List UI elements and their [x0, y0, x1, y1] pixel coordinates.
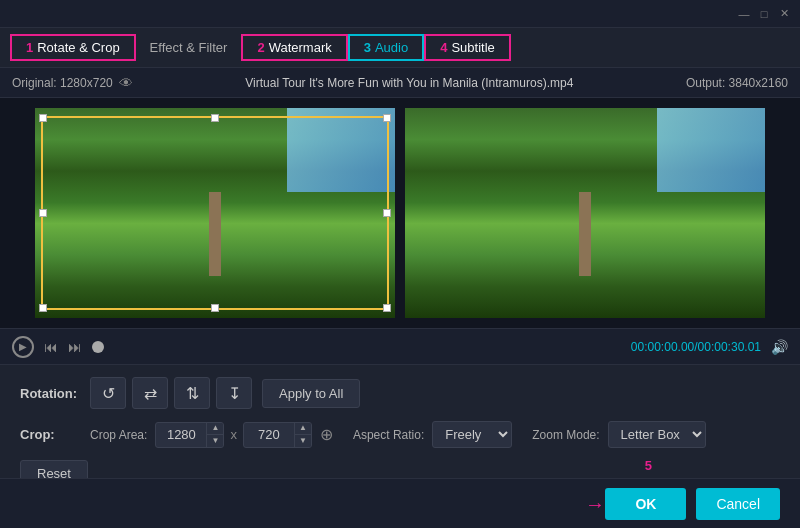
tab-label-audio: Audio [375, 40, 408, 55]
tab-label-watermark: Watermark [269, 40, 332, 55]
volume-icon[interactable]: 🔊 [771, 339, 788, 355]
width-spinners: ▲ ▼ [206, 423, 223, 447]
ok-button[interactable]: OK [605, 488, 686, 520]
time-display: 00:00:00.00/00:00:30.01 [114, 340, 761, 354]
rotation-buttons: ↺ ⇄ ⇅ ↧ [90, 377, 252, 409]
tab-watermark[interactable]: 2 Watermark [241, 34, 347, 61]
tab-number-1: 1 [26, 40, 33, 55]
height-spinners: ▲ ▼ [294, 423, 311, 447]
height-input-group: ▲ ▼ [243, 422, 312, 448]
flip-vertical-btn[interactable]: ⇅ [174, 377, 210, 409]
tab-audio[interactable]: 3 Audio [348, 34, 424, 61]
eye-icon[interactable]: 👁 [119, 75, 133, 91]
progress-indicator[interactable] [92, 341, 104, 353]
flip-horizontal-btn[interactable]: ⇄ [132, 377, 168, 409]
preview-area [0, 98, 800, 328]
width-down-btn[interactable]: ▼ [207, 435, 223, 447]
height-down-btn[interactable]: ▼ [295, 435, 311, 447]
close-button[interactable]: ✕ [776, 6, 792, 22]
original-resolution: Original: 1280x720 👁 [12, 75, 133, 91]
zoom-mode-select[interactable]: Letter Box [608, 421, 706, 448]
right-preview [405, 108, 765, 318]
width-input[interactable] [156, 423, 206, 446]
tab-number-4: 4 [440, 40, 447, 55]
tab-number-2: 2 [257, 40, 264, 55]
rotation-row: Rotation: ↺ ⇄ ⇅ ↧ Apply to All [20, 377, 780, 409]
crop-row: Crop: Crop Area: ▲ ▼ x ▲ ▼ ⊕ Aspect Rati… [20, 421, 780, 448]
playback-bar: ▶ ⏮ ⏭ 00:00:00.00/00:00:30.01 🔊 [0, 328, 800, 364]
tab-label-subtitle: Subtitle [451, 40, 494, 55]
title-bar: — □ ✕ [0, 0, 800, 28]
rotation-label: Rotation: [20, 386, 90, 401]
maximize-button[interactable]: □ [756, 6, 772, 22]
crop-label: Crop: [20, 427, 90, 442]
tab-rotate-crop[interactable]: 1 Rotate & Crop [10, 34, 136, 61]
info-bar: Original: 1280x720 👁 Virtual Tour It's M… [0, 68, 800, 98]
zoom-mode-label: Zoom Mode: [532, 428, 599, 442]
crop-area-label: Crop Area: [90, 428, 147, 442]
original-label: Original: 1280x720 [12, 76, 113, 90]
right-video-thumb [405, 108, 765, 318]
x-separator: x [230, 427, 237, 442]
tab-number-3: 3 [364, 40, 371, 55]
total-time: 00:00:30.01 [698, 340, 761, 354]
filename-label: Virtual Tour It's More Fun with You in M… [133, 76, 686, 90]
tab-label-effect-filter: Effect & Filter [150, 40, 228, 55]
arrow-right-icon: → [585, 493, 605, 516]
step-back-icon[interactable]: ⏭ [68, 339, 82, 355]
height-up-btn[interactable]: ▲ [295, 423, 311, 435]
cancel-button[interactable]: Cancel [696, 488, 780, 520]
output-resolution: Output: 3840x2160 [686, 76, 788, 90]
apply-to-all-button[interactable]: Apply to All [262, 379, 360, 408]
aspect-ratio-label: Aspect Ratio: [353, 428, 424, 442]
height-input[interactable] [244, 423, 294, 446]
tab-label-rotate-crop: Rotate & Crop [37, 40, 119, 55]
minimize-button[interactable]: — [736, 6, 752, 22]
rotate-right-btn[interactable]: ↧ [216, 377, 252, 409]
left-video-thumb [35, 108, 395, 318]
skip-back-icon[interactable]: ⏮ [44, 339, 58, 355]
width-up-btn[interactable]: ▲ [207, 423, 223, 435]
aspect-ratio-select[interactable]: Freely [432, 421, 512, 448]
tab-bar: 1 Rotate & Crop Effect & Filter 2 Waterm… [0, 28, 800, 68]
play-button[interactable]: ▶ [12, 336, 34, 358]
tab-effect-filter[interactable]: Effect & Filter [136, 36, 242, 59]
tab-subtitle[interactable]: 4 Subtitle [424, 34, 511, 61]
step-5-label: 5 [645, 458, 652, 473]
width-input-group: ▲ ▼ [155, 422, 224, 448]
crosshair-icon: ⊕ [320, 425, 333, 444]
current-time: 00:00:00.00 [631, 340, 694, 354]
left-preview [35, 108, 395, 318]
footer: OK Cancel [0, 478, 800, 528]
rotate-left-btn[interactable]: ↺ [90, 377, 126, 409]
